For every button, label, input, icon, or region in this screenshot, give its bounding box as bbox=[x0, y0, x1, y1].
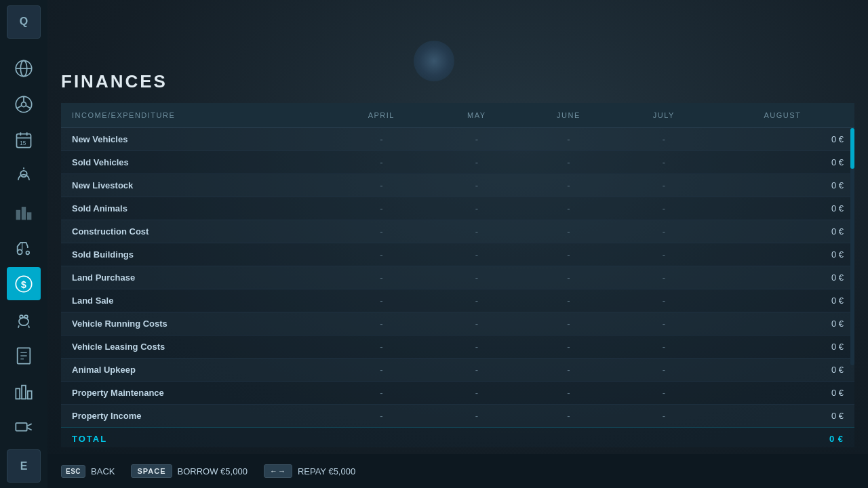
cell-category: Land Sale bbox=[61, 289, 330, 312]
main-content: FINANCES INCOME/EXPENDITURE APRIL MAY JU… bbox=[47, 0, 868, 488]
animal-icon bbox=[14, 310, 33, 329]
svg-line-37 bbox=[27, 424, 32, 426]
globe-icon bbox=[14, 59, 33, 78]
q-label: Q bbox=[20, 16, 28, 28]
cell-category: Sold Animals bbox=[61, 197, 330, 220]
table-header-row: INCOME/EXPENDITURE APRIL MAY JUNE JULY A… bbox=[61, 103, 854, 128]
svg-point-19 bbox=[26, 251, 30, 255]
cell-july: - bbox=[617, 220, 711, 243]
sidebar-item-e[interactable]: E bbox=[7, 449, 41, 483]
cell-category: Construction Cost bbox=[61, 220, 330, 243]
svg-point-23 bbox=[19, 317, 28, 325]
cell-june: - bbox=[520, 174, 617, 197]
borrow-button[interactable]: SPACE BORROW €5,000 bbox=[131, 464, 247, 478]
cell-august: 0 € bbox=[711, 359, 854, 382]
table-row: New Livestock----0 € bbox=[61, 174, 854, 197]
sidebar-item-q[interactable]: Q bbox=[7, 5, 41, 39]
cell-august: 0 € bbox=[711, 243, 854, 266]
sidebar-item-help[interactable] bbox=[7, 411, 41, 444]
borrow-label: BORROW €5,000 bbox=[178, 466, 248, 476]
svg-line-38 bbox=[27, 428, 32, 430]
svg-line-27 bbox=[28, 325, 29, 328]
sidebar-item-stats[interactable] bbox=[7, 195, 41, 228]
svg-point-13 bbox=[20, 171, 26, 177]
sidebar-item-calendar[interactable]: 15 bbox=[7, 124, 41, 157]
table-row: Vehicle Running Costs----0 € bbox=[61, 312, 854, 336]
cell-august: 0 € bbox=[711, 405, 854, 428]
cell-august: 0 € bbox=[711, 289, 854, 312]
cell-may: - bbox=[433, 336, 520, 359]
cell-category: New Livestock bbox=[61, 174, 330, 197]
cell-april: - bbox=[330, 405, 433, 428]
cell-august: 0 € bbox=[711, 174, 854, 197]
cell-august: 0 € bbox=[711, 336, 854, 359]
svg-line-6 bbox=[17, 106, 22, 108]
svg-point-24 bbox=[20, 315, 23, 319]
cell-may: - bbox=[433, 312, 520, 336]
sidebar-item-finance[interactable]: $ bbox=[7, 267, 41, 300]
col-header-category: INCOME/EXPENDITURE bbox=[61, 103, 330, 128]
cell-june: - bbox=[520, 151, 617, 174]
table-row: Property Maintenance----0 € bbox=[61, 382, 854, 405]
esc-key-label: ESC bbox=[61, 465, 85, 478]
cell-august: 0 € bbox=[711, 382, 854, 405]
cell-june: - bbox=[520, 382, 617, 405]
sidebar-item-production[interactable] bbox=[7, 375, 41, 408]
production-icon bbox=[14, 382, 33, 401]
table-row: Animal Upkeep----0 € bbox=[61, 359, 854, 382]
cell-june: - bbox=[520, 266, 617, 289]
cell-june: - bbox=[520, 312, 617, 336]
svg-point-4 bbox=[22, 102, 26, 107]
cell-may: - bbox=[433, 243, 520, 266]
back-button[interactable]: ESC BACK bbox=[61, 465, 115, 478]
cell-august: 0 € bbox=[711, 197, 854, 220]
cell-april: - bbox=[330, 197, 433, 220]
table-row: Land Sale----0 € bbox=[61, 289, 854, 312]
cell-july: - bbox=[617, 197, 711, 220]
space-key-label: SPACE bbox=[131, 464, 172, 478]
cell-july: - bbox=[617, 405, 711, 428]
svg-text:$: $ bbox=[21, 279, 26, 290]
table-row: New Vehicles----0 € bbox=[61, 128, 854, 151]
help-icon bbox=[14, 418, 33, 437]
total-row: TOTAL0 € bbox=[61, 428, 854, 448]
scrollbar-thumb[interactable] bbox=[850, 128, 854, 169]
svg-rect-33 bbox=[22, 385, 26, 399]
repay-button[interactable]: ←→ REPAY €5,000 bbox=[264, 464, 355, 478]
page-title: FINANCES bbox=[61, 71, 854, 92]
svg-text:15: 15 bbox=[20, 140, 26, 146]
cell-april: - bbox=[330, 151, 433, 174]
cell-may: - bbox=[433, 266, 520, 289]
total-value: 0 € bbox=[711, 428, 854, 448]
cell-july: - bbox=[617, 359, 711, 382]
svg-line-26 bbox=[18, 325, 19, 328]
cell-june: - bbox=[520, 128, 617, 151]
sidebar-item-animal[interactable] bbox=[7, 303, 41, 336]
cell-category: Property Maintenance bbox=[61, 382, 330, 405]
svg-point-25 bbox=[24, 315, 28, 319]
table-row: Sold Animals----0 € bbox=[61, 197, 854, 220]
scrollbar[interactable] bbox=[850, 128, 854, 365]
cell-july: - bbox=[617, 243, 711, 266]
cell-category: Sold Vehicles bbox=[61, 151, 330, 174]
cell-june: - bbox=[520, 289, 617, 312]
cell-april: - bbox=[330, 266, 433, 289]
total-label: TOTAL bbox=[61, 428, 711, 448]
table-row: Vehicle Leasing Costs----0 € bbox=[61, 336, 854, 359]
col-header-july: JULY bbox=[617, 103, 711, 128]
sidebar-item-vehicle[interactable] bbox=[7, 231, 41, 264]
bottom-bar: ESC BACK SPACE BORROW €5,000 ←→ REPAY €5… bbox=[47, 454, 868, 488]
sidebar-item-globe[interactable] bbox=[7, 52, 41, 85]
sidebar-item-contracts[interactable] bbox=[7, 339, 41, 372]
svg-rect-16 bbox=[22, 207, 26, 220]
cell-may: - bbox=[433, 289, 520, 312]
cell-category: Vehicle Leasing Costs bbox=[61, 336, 330, 359]
arrow-key-label: ←→ bbox=[264, 464, 292, 478]
cell-june: - bbox=[520, 336, 617, 359]
finance-table-wrapper: INCOME/EXPENDITURE APRIL MAY JUNE JULY A… bbox=[61, 103, 854, 447]
sidebar-item-steering[interactable] bbox=[7, 88, 41, 121]
col-header-august: AUGUST bbox=[711, 103, 854, 128]
sidebar-item-weather[interactable] bbox=[7, 160, 41, 193]
cell-april: - bbox=[330, 382, 433, 405]
tractor-icon bbox=[14, 239, 33, 258]
